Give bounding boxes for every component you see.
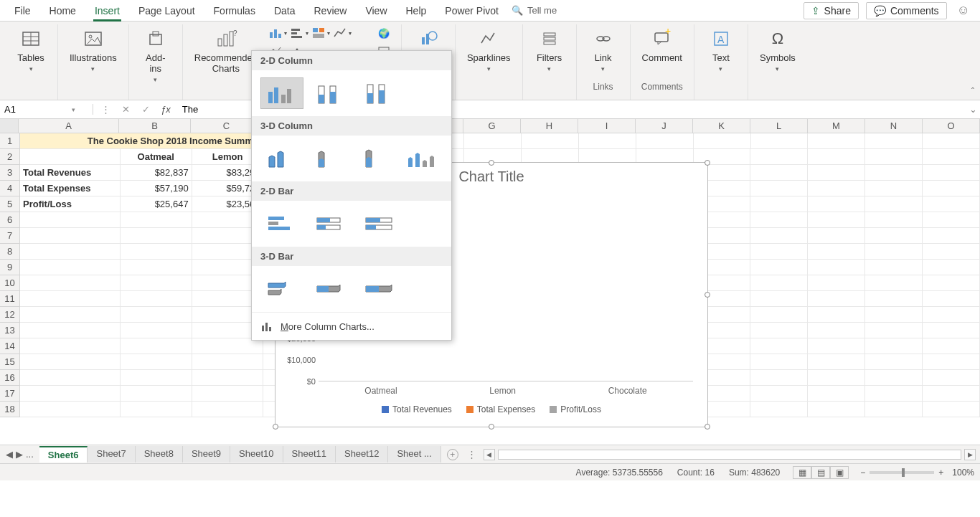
cell-O14[interactable] bbox=[923, 338, 980, 354]
cell-C18[interactable] bbox=[192, 402, 264, 417]
cell-O4[interactable] bbox=[923, 181, 980, 196]
cell-M8[interactable] bbox=[808, 244, 865, 260]
name-box[interactable]: ▾ bbox=[0, 104, 93, 115]
column-header-H[interactable]: H bbox=[521, 119, 578, 133]
tab-power-pivot[interactable]: Power Pivot bbox=[436, 2, 507, 19]
cell-M18[interactable] bbox=[808, 402, 865, 417]
cell-M15[interactable] bbox=[808, 354, 865, 370]
cell-L14[interactable] bbox=[750, 338, 808, 354]
resize-handle-e[interactable] bbox=[705, 292, 710, 298]
cell-L3[interactable] bbox=[750, 165, 808, 181]
comments-button[interactable]: 💬 Comments bbox=[866, 2, 947, 19]
cell-L16[interactable] bbox=[750, 370, 808, 386]
cell-K1[interactable] bbox=[694, 133, 751, 149]
cell-L7[interactable] bbox=[750, 228, 808, 244]
row-header-18[interactable]: 18 bbox=[0, 402, 19, 417]
column-header-B[interactable]: B bbox=[119, 119, 191, 133]
cell-M5[interactable] bbox=[808, 196, 865, 212]
cell-M6[interactable] bbox=[808, 212, 865, 228]
tab-review[interactable]: Review bbox=[306, 2, 356, 19]
cell-O16[interactable] bbox=[923, 370, 980, 386]
row-header-5[interactable]: 5 bbox=[0, 196, 19, 212]
cell-N13[interactable] bbox=[865, 323, 923, 338]
horizontal-scrollbar[interactable]: ◀ ▶ bbox=[479, 449, 980, 460]
cell-N11[interactable] bbox=[865, 291, 923, 307]
zoom-track[interactable] bbox=[870, 471, 934, 474]
legend-item[interactable]: Profit/Loss bbox=[550, 404, 601, 414]
cell-A2[interactable] bbox=[20, 149, 121, 165]
cell-L12[interactable] bbox=[750, 307, 808, 323]
100-stacked-bar-option[interactable] bbox=[358, 208, 401, 239]
illustrations-button[interactable]: Illustrations ▾ bbox=[65, 24, 121, 75]
cell-L4[interactable] bbox=[750, 181, 808, 196]
cell-M3[interactable] bbox=[808, 165, 865, 181]
cell-O13[interactable] bbox=[923, 323, 980, 338]
cell-N16[interactable] bbox=[865, 370, 923, 386]
cell-O10[interactable] bbox=[923, 275, 980, 291]
comment-button[interactable]: + Comment bbox=[638, 24, 687, 67]
tab-page-layout[interactable]: Page Layout bbox=[130, 2, 204, 19]
cell-N17[interactable] bbox=[865, 386, 923, 402]
expand-formula-bar-button[interactable]: ⌄ bbox=[966, 104, 980, 115]
cell-L17[interactable] bbox=[750, 386, 808, 402]
row-header-3[interactable]: 3 bbox=[0, 165, 19, 181]
cell-B8[interactable] bbox=[121, 244, 192, 260]
cell-C17[interactable] bbox=[192, 386, 264, 402]
row-header-16[interactable]: 16 bbox=[0, 370, 19, 386]
cell-N18[interactable] bbox=[865, 402, 923, 417]
scroll-left-button[interactable]: ◀ bbox=[484, 449, 495, 460]
cell-B10[interactable] bbox=[121, 275, 192, 291]
column-header-M[interactable]: M bbox=[808, 119, 865, 133]
cell-O2[interactable] bbox=[923, 149, 980, 165]
sheet-nav-next[interactable]: ▶ bbox=[16, 449, 23, 460]
cell-L9[interactable] bbox=[750, 260, 808, 275]
share-button[interactable]: ⇪ Share bbox=[804, 2, 859, 19]
cell-O12[interactable] bbox=[923, 307, 980, 323]
cell-L6[interactable] bbox=[750, 212, 808, 228]
cell-N4[interactable] bbox=[865, 181, 923, 196]
tab-help[interactable]: Help bbox=[397, 2, 435, 19]
zoom-in-button[interactable]: + bbox=[938, 468, 943, 478]
row-header-8[interactable]: 8 bbox=[0, 244, 19, 260]
new-sheet-button[interactable]: + bbox=[441, 449, 464, 460]
cell-M7[interactable] bbox=[808, 228, 865, 244]
cell-O6[interactable] bbox=[923, 212, 980, 228]
cell-A5[interactable]: Profit/Loss bbox=[20, 196, 121, 212]
sheet-tab-sheet-[interactable]: Sheet ... bbox=[388, 446, 440, 463]
row-header-1[interactable]: 1 bbox=[0, 133, 19, 149]
tab-insert[interactable]: Insert bbox=[86, 2, 128, 19]
row-header-12[interactable]: 12 bbox=[0, 307, 19, 323]
cell-L5[interactable] bbox=[750, 196, 808, 212]
zoom-out-button[interactable]: − bbox=[860, 468, 865, 478]
column-header-J[interactable]: J bbox=[636, 119, 693, 133]
cell-M14[interactable] bbox=[808, 338, 865, 354]
3d-column-option[interactable] bbox=[402, 143, 443, 174]
cell-A18[interactable] bbox=[20, 402, 121, 417]
tab-home[interactable]: Home bbox=[41, 2, 85, 19]
cell-B14[interactable] bbox=[121, 338, 192, 354]
clustered-column-option[interactable] bbox=[260, 77, 303, 109]
cell-B15[interactable] bbox=[121, 354, 192, 370]
cell-B9[interactable] bbox=[121, 260, 192, 275]
chevron-down-icon[interactable]: ▾ bbox=[72, 106, 75, 113]
cell-A15[interactable] bbox=[20, 354, 121, 370]
cell-M17[interactable] bbox=[808, 386, 865, 402]
column-header-I[interactable]: I bbox=[578, 119, 636, 133]
3d-stacked-bar-option[interactable] bbox=[309, 273, 352, 305]
row-header-13[interactable]: 13 bbox=[0, 323, 19, 338]
cell-A4[interactable]: Total Expenses bbox=[20, 181, 121, 196]
stacked-column-option[interactable] bbox=[309, 77, 352, 109]
cell-A6[interactable] bbox=[20, 212, 121, 228]
cell-M4[interactable] bbox=[808, 181, 865, 196]
tab-data[interactable]: Data bbox=[265, 2, 304, 19]
cell-A9[interactable] bbox=[20, 260, 121, 275]
cell-N5[interactable] bbox=[865, 196, 923, 212]
column-header-N[interactable]: N bbox=[865, 119, 923, 133]
cell-M12[interactable] bbox=[808, 307, 865, 323]
zoom-slider[interactable]: − + 100% bbox=[860, 468, 974, 478]
accept-formula-button[interactable]: ✓ bbox=[136, 104, 155, 115]
cell-O3[interactable] bbox=[923, 165, 980, 181]
column-header-O[interactable]: O bbox=[923, 119, 980, 133]
row-header-17[interactable]: 17 bbox=[0, 386, 19, 402]
resize-handle-ne[interactable] bbox=[705, 160, 710, 166]
